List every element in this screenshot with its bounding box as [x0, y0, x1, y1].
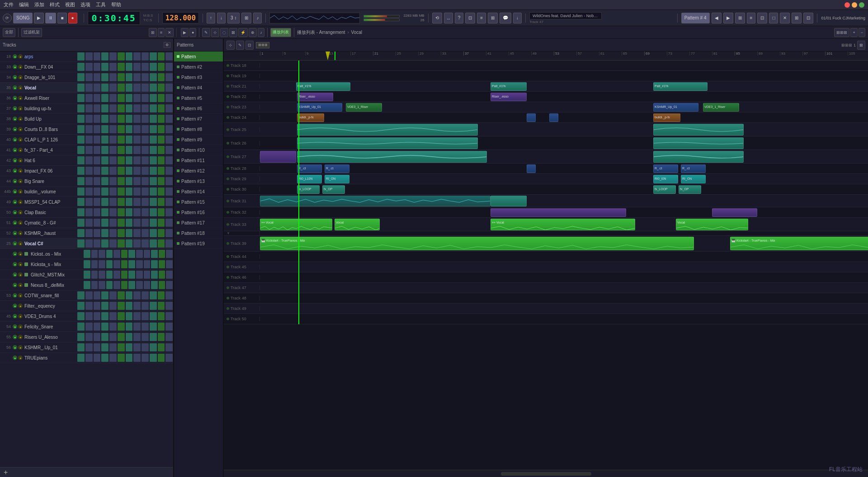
- track-mute-btn[interactable]: ●: [13, 220, 17, 225]
- list-item[interactable]: Pattern #7: [174, 114, 223, 124]
- list-item[interactable]: ● ● Kicksta_s - Mix: [0, 259, 173, 270]
- track-solo-btn[interactable]: ●: [18, 241, 23, 246]
- arr-block[interactable]: RI_ON: [681, 175, 706, 183]
- mixer-btn[interactable]: ⟲: [432, 13, 442, 23]
- mode-btn-6[interactable]: ⊞: [792, 13, 802, 23]
- list-item[interactable]: 44 ● ● Big Snare: [0, 176, 173, 187]
- mixer-btn2[interactable]: ⊞: [488, 13, 498, 23]
- arr-block[interactable]: [549, 113, 558, 122]
- list-item[interactable]: 54 ● ● Felicity_Snare: [0, 322, 173, 332]
- menu-item-view[interactable]: 视图: [65, 1, 75, 8]
- arr-block[interactable]: [712, 208, 757, 217]
- arr-speaker-btn[interactable]: ♪: [258, 28, 264, 37]
- list-item[interactable]: Pattern #4: [174, 83, 223, 93]
- dl-btn[interactable]: ↓: [513, 13, 522, 23]
- mode-btn-3[interactable]: ⊡: [757, 13, 767, 23]
- list-item[interactable]: 45 ● ● VDE3_Drums 4: [0, 311, 173, 322]
- track-solo-btn[interactable]: ●: [18, 65, 23, 69]
- list-item[interactable]: ● ● TRUEpians: [0, 353, 173, 363]
- menu-item-style[interactable]: 样式: [50, 1, 60, 8]
- list-item[interactable]: 36 ● ● Axwell Riser: [0, 93, 173, 103]
- track-solo-btn[interactable]: ●: [18, 127, 23, 131]
- list-item[interactable]: Pattern #17: [174, 218, 223, 228]
- track-content-25[interactable]: [260, 123, 868, 136]
- song-mode-btn[interactable]: SONG: [13, 13, 33, 23]
- arr-block[interactable]: buildi._p-fx: [297, 113, 324, 122]
- mode-btn-2[interactable]: ≡: [747, 13, 756, 23]
- tb2-view2[interactable]: ≡: [158, 28, 165, 37]
- track-content-46[interactable]: [260, 272, 868, 282]
- arr-mixer-label[interactable]: 播放列表: [270, 28, 291, 37]
- track-solo-btn[interactable]: ●: [18, 75, 23, 80]
- track-content-39[interactable]: 🎹 Kickstart - TruePianos - Mix 🎹 Kicksta…: [260, 236, 868, 252]
- track-content-27[interactable]: [260, 150, 868, 164]
- track-mute-btn[interactable]: ●: [13, 210, 17, 215]
- arr-block[interactable]: R_.ct: [325, 164, 349, 173]
- track-content-21[interactable]: Patt_#1% Patt_#1% Patt_#1%: [260, 81, 868, 91]
- arr-block[interactable]: [297, 124, 478, 136]
- arr-block[interactable]: VDE3_1_Riser: [703, 103, 739, 112]
- track-mute-btn[interactable]: ●: [13, 158, 17, 163]
- browser-btn[interactable]: ?: [455, 13, 464, 23]
- list-item[interactable]: ● ● Kickst..os - Mix: [0, 249, 173, 259]
- track-list-settings[interactable]: ⚙: [164, 42, 170, 48]
- bpm-display[interactable]: 128.000: [162, 12, 199, 23]
- list-item[interactable]: Pattern #3: [174, 72, 223, 83]
- list-item[interactable]: ● ● Filter._equency: [0, 301, 173, 311]
- track-mute-btn[interactable]: ●: [13, 231, 17, 235]
- track-solo-btn[interactable]: ●: [18, 179, 23, 183]
- track-solo-btn[interactable]: ●: [18, 304, 23, 308]
- track-mute-btn[interactable]: ●: [13, 127, 17, 131]
- list-item[interactable]: 25 ● ● Vocal C#: [0, 238, 173, 249]
- track-solo-btn[interactable]: ●: [18, 324, 23, 329]
- track-mute-btn[interactable]: ●: [13, 65, 17, 69]
- arr-block[interactable]: [260, 196, 491, 206]
- track-solo-btn[interactable]: ●: [18, 355, 23, 360]
- track-mute-btn[interactable]: ●: [13, 189, 17, 194]
- list-item[interactable]: Pattern #11: [174, 155, 223, 166]
- arr-slice-btn[interactable]: ⚡: [238, 28, 248, 37]
- pattern-selector[interactable]: Pattern # 4: [681, 13, 710, 23]
- piano-roll-btn[interactable]: ⎵: [444, 13, 453, 23]
- maximize-btn[interactable]: [859, 2, 864, 8]
- list-item[interactable]: ● ● Glitch2_MST:Mix: [0, 270, 173, 280]
- track-solo-btn[interactable]: ●: [18, 272, 23, 277]
- list-item[interactable]: 49 ● ● MSSP1_54 CLAP: [0, 197, 173, 207]
- arr-block-kickstart-1[interactable]: 🎹 Kickstart - TruePianos - Mix: [260, 237, 694, 250]
- arr-block[interactable]: Riser_.esso: [297, 93, 333, 101]
- record-btn[interactable]: ●: [68, 13, 77, 23]
- list-item[interactable]: Pattern #18: [174, 228, 223, 238]
- arr-block[interactable]: [297, 137, 478, 149]
- chat-btn[interactable]: 💬: [500, 13, 511, 23]
- track-mute-btn[interactable]: ●: [13, 355, 17, 360]
- menu-item-help[interactable]: 帮助: [111, 1, 121, 8]
- list-item[interactable]: 53 ● ● COTW_snare_fill: [0, 290, 173, 301]
- arr-block[interactable]: [527, 164, 536, 173]
- track-solo-btn[interactable]: ●: [18, 117, 23, 121]
- menu-item-options[interactable]: 选项: [80, 1, 90, 8]
- track-mute-btn[interactable]: ●: [13, 168, 17, 173]
- list-item[interactable]: Pattern #8: [174, 124, 223, 135]
- snap-btn[interactable]: ⊞⊞⊞: [834, 28, 849, 37]
- arr-block[interactable]: KSHMR_Up_01: [297, 103, 342, 112]
- arr-block[interactable]: [653, 137, 744, 149]
- track-mute-btn[interactable]: ●: [13, 85, 17, 90]
- arr-record-btn[interactable]: ●: [189, 28, 196, 37]
- menu-item-add[interactable]: 添加: [34, 1, 44, 8]
- list-item[interactable]: Pattern #13: [174, 176, 223, 187]
- menu-item-file[interactable]: 文件: [4, 1, 14, 8]
- track-mute-btn[interactable]: ●: [13, 179, 17, 183]
- tb2-filter[interactable]: 过滤机架: [21, 28, 42, 37]
- arr-block[interactable]: [491, 196, 527, 206]
- track-mute-btn[interactable]: ●: [13, 96, 17, 100]
- toolbar-btn-1[interactable]: ↑: [207, 13, 215, 23]
- track-content-28[interactable]: R_.ct R_.ct R_.ct R_.ct: [260, 164, 868, 173]
- track-mute-btn[interactable]: ●: [13, 304, 17, 308]
- arr-block[interactable]: [260, 151, 296, 163]
- track-solo-btn[interactable]: ●: [18, 231, 23, 235]
- plugin-btn[interactable]: ⊡: [465, 13, 475, 23]
- bottom-scrollbar[interactable]: [224, 470, 868, 477]
- arr-block[interactable]: Riser_.esso: [491, 93, 527, 101]
- list-item[interactable]: ● ● Nexus 8_.delMix: [0, 280, 173, 290]
- pause-btn[interactable]: ⏸: [45, 13, 56, 23]
